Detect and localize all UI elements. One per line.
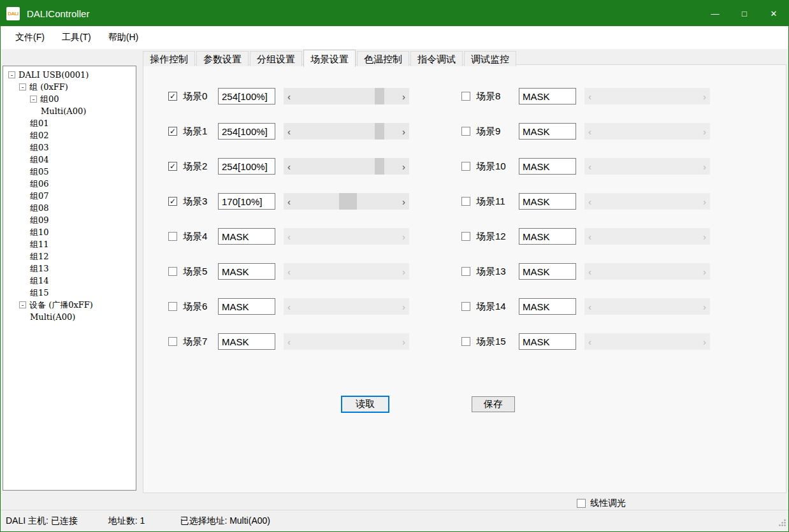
scene-checkbox[interactable]: ✓	[168, 127, 177, 136]
tree-item[interactable]: 组10	[3, 226, 136, 238]
scroll-left-icon[interactable]: ‹	[284, 158, 294, 175]
scene-level-scrollbar[interactable]: ‹›	[284, 158, 409, 175]
scene-value-input	[519, 158, 576, 175]
scrollbar-track[interactable]	[294, 88, 398, 104]
scroll-right-icon[interactable]: ›	[398, 193, 409, 210]
scene-level-scrollbar[interactable]: ‹›	[284, 88, 409, 104]
collapse-icon[interactable]: -	[19, 83, 26, 90]
scene-checkbox[interactable]	[461, 232, 470, 241]
tree-item-label: 组15	[30, 287, 49, 299]
scene-label: 场景14	[476, 301, 519, 313]
tree-item[interactable]: 组05	[3, 166, 136, 178]
scroll-right-icon[interactable]: ›	[398, 158, 409, 175]
scene-checkbox[interactable]	[461, 337, 470, 346]
scrollbar-track[interactable]	[294, 193, 398, 210]
scene-value-input[interactable]	[218, 88, 275, 104]
tree-item-label: 组04	[30, 154, 49, 166]
scroll-right-icon[interactable]: ›	[398, 123, 409, 140]
status-bar: DALI 主机: 已连接 地址数: 1 已选择地址: Multi(A00)	[1, 510, 788, 531]
scene-checkbox[interactable]	[168, 302, 177, 311]
tree-item[interactable]: 组01	[3, 117, 136, 129]
tree-item[interactable]: -组00	[3, 93, 136, 105]
linear-dimming-checkbox[interactable]	[577, 499, 586, 508]
tree-item[interactable]: 组09	[3, 214, 136, 226]
tree-item[interactable]: 组12	[3, 250, 136, 262]
scroll-left-icon[interactable]: ‹	[284, 123, 294, 140]
tab-color-temp-control[interactable]: 色温控制	[357, 51, 409, 66]
read-button[interactable]: 读取	[341, 396, 389, 413]
tab-parameter-settings[interactable]: 参数设置	[196, 51, 249, 66]
menu-help[interactable]: 帮助(H)	[100, 29, 147, 47]
collapse-icon[interactable]: -	[19, 301, 26, 308]
scene-checkbox[interactable]: ✓	[168, 162, 177, 171]
tree-item[interactable]: 组02	[3, 129, 136, 141]
resize-grip-icon[interactable]	[778, 519, 786, 529]
scene-value-input	[519, 123, 576, 140]
close-icon: ✕	[771, 9, 778, 18]
tree-item[interactable]: 组06	[3, 178, 136, 190]
scene-checkbox[interactable]	[461, 127, 470, 136]
tree-item[interactable]: 组15	[3, 287, 136, 299]
scene-value-input[interactable]	[218, 123, 275, 140]
maximize-button[interactable]: □	[730, 1, 759, 26]
menu-bar: 文件(F) 工具(T) 帮助(H)	[1, 26, 788, 49]
scene-row: 场景5‹›	[168, 263, 409, 280]
scrollbar-thumb[interactable]	[375, 158, 384, 175]
close-button[interactable]: ✕	[759, 1, 788, 26]
tree-item[interactable]: -组 (0xFF)	[3, 81, 136, 93]
tree-item[interactable]: Multi(A00)	[3, 105, 136, 117]
tab-scene-settings[interactable]: 场景设置	[303, 50, 356, 67]
tree-item[interactable]: 组11	[3, 238, 136, 250]
tree-item[interactable]: 组04	[3, 154, 136, 166]
scene-row: 场景10‹›	[461, 158, 710, 175]
tree-item[interactable]: Multi(A00)	[3, 311, 136, 323]
tree-item[interactable]: 组07	[3, 190, 136, 202]
tab-debug-monitor[interactable]: 调试监控	[464, 51, 516, 66]
scrollbar-thumb[interactable]	[375, 88, 384, 104]
scroll-left-icon[interactable]: ‹	[284, 193, 294, 210]
scroll-right-icon[interactable]: ›	[398, 88, 409, 104]
tree-item-label: 组14	[30, 275, 49, 287]
scene-checkbox[interactable]	[168, 337, 177, 346]
scene-level-scrollbar: ‹›	[284, 263, 409, 280]
scene-checkbox[interactable]: ✓	[168, 92, 177, 101]
tree-item[interactable]: 组13	[3, 262, 136, 275]
scene-value-input	[218, 228, 275, 245]
scene-checkbox[interactable]	[461, 267, 470, 276]
tab-command-debug[interactable]: 指令调试	[410, 51, 463, 66]
scene-level-scrollbar[interactable]: ‹›	[284, 193, 409, 210]
scrollbar-track[interactable]	[294, 123, 398, 140]
collapse-icon[interactable]: -	[8, 71, 15, 78]
tree-item[interactable]: -DALI USB(0001)	[3, 69, 136, 81]
scene-checkbox[interactable]	[461, 92, 470, 101]
tree-item[interactable]: -设备 (广播0xFF)	[3, 299, 136, 311]
scrollbar-track[interactable]	[294, 158, 398, 175]
menu-tools[interactable]: 工具(T)	[54, 29, 100, 47]
scroll-left-icon[interactable]: ‹	[284, 88, 294, 104]
save-button[interactable]: 保存	[472, 396, 515, 412]
tree-item[interactable]: 组14	[3, 275, 136, 287]
collapse-icon[interactable]: -	[30, 96, 37, 103]
scrollbar-thumb[interactable]	[339, 193, 357, 210]
scene-value-input[interactable]	[218, 193, 275, 210]
menu-file[interactable]: 文件(F)	[7, 29, 54, 47]
tree-item[interactable]: 组03	[3, 141, 136, 154]
scene-level-scrollbar: ‹›	[584, 158, 710, 175]
scene-checkbox[interactable]: ✓	[168, 197, 177, 206]
scene-checkbox[interactable]	[461, 162, 470, 171]
scroll-left-icon: ‹	[284, 263, 294, 280]
scene-level-scrollbar[interactable]: ‹›	[284, 123, 409, 140]
scrollbar-thumb[interactable]	[375, 123, 384, 140]
tree-item[interactable]: 组08	[3, 202, 136, 214]
tab-operation-control[interactable]: 操作控制	[143, 51, 195, 66]
scene-checkbox[interactable]	[461, 302, 470, 311]
tab-grouping-settings[interactable]: 分组设置	[250, 51, 302, 66]
scene-value-input	[519, 333, 576, 350]
minimize-button[interactable]: —	[700, 1, 730, 26]
scene-checkbox[interactable]	[168, 267, 177, 276]
scene-checkbox[interactable]	[168, 232, 177, 241]
maximize-icon: □	[742, 9, 747, 18]
scroll-left-icon: ‹	[284, 333, 294, 350]
scene-value-input[interactable]	[218, 158, 275, 175]
scene-checkbox[interactable]	[461, 197, 470, 206]
